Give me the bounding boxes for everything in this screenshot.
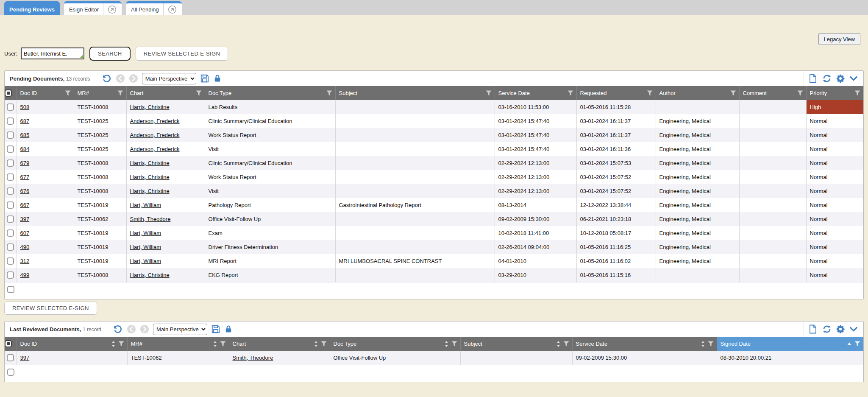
table-row[interactable]: 677 TEST-10008 Harris, Christine Work St… [5, 170, 863, 184]
lock-icon[interactable] [213, 74, 222, 83]
sort-arrows-icon[interactable] [314, 341, 318, 347]
row-checkbox[interactable] [7, 117, 14, 125]
row-checkbox[interactable] [7, 187, 14, 195]
row-checkbox[interactable] [7, 173, 14, 181]
perspective-select[interactable]: Main Perspective [142, 73, 196, 84]
sort-arrows-icon[interactable] [111, 341, 115, 347]
chart-link[interactable]: Hart, William [130, 202, 161, 208]
lock-icon[interactable] [224, 325, 233, 333]
filter-icon[interactable] [196, 90, 202, 96]
table-row[interactable]: 607 TEST-10019 Hart, William Exam 10-02-… [5, 226, 863, 240]
column-header[interactable]: Doc ID [17, 86, 74, 100]
row-checkbox[interactable] [7, 215, 14, 223]
select-all-checkbox[interactable] [5, 89, 12, 97]
column-header[interactable]: Service Date [495, 86, 576, 100]
chart-link[interactable]: Anderson, Frederick [130, 132, 180, 138]
collapse-chevron-icon[interactable] [849, 74, 858, 83]
column-header[interactable]: Comment [739, 86, 806, 100]
filter-icon[interactable] [568, 90, 573, 96]
settings-gear-icon[interactable] [836, 74, 845, 83]
chart-link[interactable]: Hart, William [130, 230, 161, 236]
row-checkbox[interactable] [7, 131, 14, 139]
filter-icon[interactable] [321, 341, 327, 347]
table-row[interactable]: 684 TEST-10025 Anderson, Frederick Visit… [5, 142, 863, 156]
table-row[interactable]: 687 TEST-10025 Anderson, Frederick Clini… [5, 114, 863, 128]
doc-id-link[interactable]: 687 [20, 118, 30, 124]
tab[interactable]: Esign Editor [64, 1, 122, 15]
external-open-icon[interactable] [103, 3, 117, 15]
chart-link[interactable]: Smith, Theodore [233, 355, 273, 361]
filter-icon[interactable] [647, 90, 653, 96]
new-document-icon[interactable] [808, 324, 818, 334]
doc-id-link[interactable]: 684 [20, 146, 30, 152]
sort-ascending-icon[interactable] [847, 342, 851, 345]
doc-id-link[interactable]: 397 [20, 216, 30, 222]
undo-icon[interactable] [113, 324, 123, 334]
table-row[interactable]: 676 TEST-10008 Harris, Christine Visit 0… [5, 184, 863, 198]
filter-icon[interactable] [854, 90, 860, 96]
tab[interactable]: All Pending [126, 1, 182, 15]
filter-icon[interactable] [730, 90, 736, 96]
table-row[interactable]: 490 TEST-10019 Hart, William Driver Fitn… [5, 240, 863, 254]
row-checkbox[interactable] [7, 159, 14, 167]
filter-icon[interactable] [708, 341, 714, 347]
doc-id-link[interactable]: 508 [20, 104, 30, 110]
row-checkbox[interactable] [7, 369, 14, 376]
doc-id-link[interactable]: 679 [20, 160, 30, 166]
column-header[interactable]: Subject [335, 86, 495, 100]
filter-icon[interactable] [797, 90, 803, 96]
row-checkbox[interactable] [7, 286, 14, 293]
save-perspective-icon[interactable] [200, 74, 209, 83]
column-header[interactable]: Doc Type [205, 86, 335, 100]
filter-icon[interactable] [220, 341, 226, 347]
doc-id-link[interactable]: 667 [20, 202, 30, 208]
doc-id-link[interactable]: 685 [20, 132, 30, 138]
row-checkbox[interactable] [7, 257, 14, 265]
doc-id-link[interactable]: 607 [20, 230, 30, 236]
column-header[interactable]: Author [656, 86, 739, 100]
column-header[interactable]: Chart [229, 337, 330, 351]
new-document-icon[interactable] [808, 73, 818, 84]
review-selected-esign-button-bottom[interactable]: REVIEW SELECTED E-SIGN [4, 302, 97, 315]
doc-id-link[interactable]: 677 [20, 174, 30, 180]
perspective-select[interactable]: Main Perspective [153, 324, 207, 335]
row-checkbox[interactable] [7, 271, 14, 279]
chart-link[interactable]: Anderson, Frederick [130, 146, 180, 152]
user-input[interactable] [21, 48, 84, 59]
table-row[interactable]: 508 TEST-10008 Harris, Christine Lab Res… [5, 100, 863, 114]
doc-id-link[interactable]: 499 [20, 272, 30, 278]
column-header[interactable]: Priority [806, 86, 863, 100]
filter-icon[interactable] [118, 341, 124, 347]
chart-link[interactable]: Anderson, Frederick [130, 118, 180, 124]
chart-link[interactable]: Harris, Christine [130, 174, 170, 180]
doc-id-link[interactable]: 397 [20, 355, 30, 361]
refresh-icon[interactable] [822, 324, 832, 334]
review-selected-esign-button-top[interactable]: REVIEW SELECTED E-SIGN [136, 47, 228, 61]
table-row[interactable]: 499 TEST-10008 Harris, Christine EKG Rep… [5, 268, 863, 282]
collapse-chevron-icon[interactable] [849, 324, 858, 334]
filter-icon[interactable] [451, 341, 457, 347]
chart-link[interactable]: Hart, William [130, 244, 161, 250]
column-header[interactable]: Doc Type [330, 337, 460, 351]
table-row[interactable]: 685 TEST-10025 Anderson, Frederick Work … [5, 128, 863, 142]
next-circle-icon[interactable] [140, 324, 149, 334]
external-open-icon[interactable] [163, 3, 177, 15]
column-header[interactable]: Requested [576, 86, 656, 100]
search-button[interactable]: SEARCH [89, 47, 131, 61]
sort-arrows-icon[interactable] [556, 341, 560, 347]
doc-id-link[interactable]: 676 [20, 188, 30, 194]
chart-link[interactable]: Harris, Christine [130, 104, 170, 110]
undo-icon[interactable] [102, 73, 112, 84]
column-header[interactable]: MR# [127, 337, 229, 351]
column-header[interactable]: MR# [74, 86, 126, 100]
column-header[interactable]: Service Date [572, 337, 717, 351]
sort-arrows-icon[interactable] [213, 341, 217, 347]
column-header[interactable]: Doc ID [17, 337, 127, 351]
next-circle-icon[interactable] [129, 74, 138, 83]
row-checkbox[interactable] [7, 103, 14, 111]
row-checkbox[interactable] [7, 243, 14, 251]
column-header[interactable]: Subject [460, 337, 572, 351]
select-all-checkbox[interactable] [5, 340, 12, 347]
row-checkbox[interactable] [7, 201, 14, 209]
chart-link[interactable]: Hart, William [130, 258, 161, 264]
